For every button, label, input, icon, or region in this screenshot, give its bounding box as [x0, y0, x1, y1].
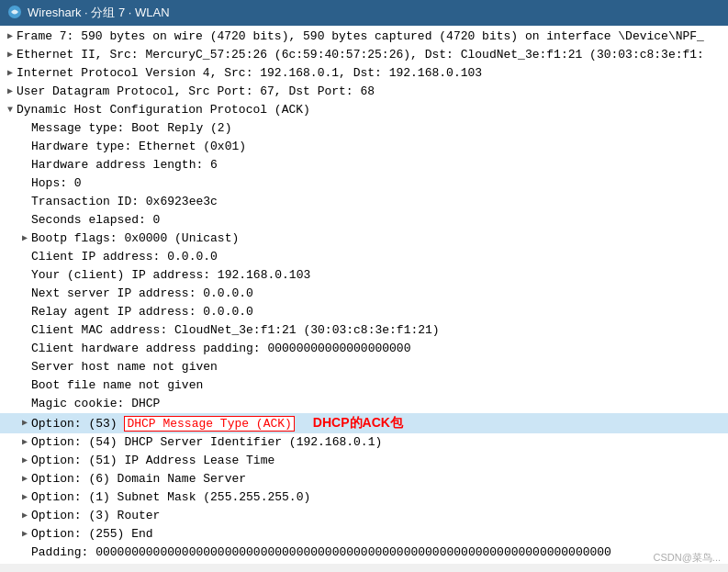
- row-text-option-1: Option: (1) Subnet Mask (255.255.255.0): [31, 489, 724, 506]
- packet-row-client-mac[interactable]: Client MAC address: CloudNet_3e:f1:21 (3…: [0, 321, 728, 340]
- row-text-dhcp: Dynamic Host Configuration Protocol (ACK…: [17, 102, 724, 118]
- watermark: CSDN@菜鸟...: [653, 551, 721, 565]
- row-text-padding: Padding: 0000000000000000000000000000000…: [31, 544, 724, 561]
- row-text-transaction-id: Transaction ID: 0x6923ee3c: [31, 194, 724, 210]
- expand-icon[interactable]: ▶: [18, 508, 31, 524]
- packet-row-boot-file[interactable]: Boot file name not given: [0, 376, 728, 395]
- row-text-option-53: Option: (53) DHCP Message Type (ACK)DHCP…: [31, 414, 724, 432]
- expand-icon[interactable]: ▶: [4, 28, 17, 45]
- row-text-frame: Frame 7: 590 bytes on wire (4720 bits), …: [17, 28, 724, 45]
- row-text-hops: Hops: 0: [31, 175, 724, 192]
- expand-icon[interactable]: ▶: [18, 415, 31, 432]
- packet-row-option-53[interactable]: ▶Option: (53) DHCP Message Type (ACK)DHC…: [0, 413, 728, 433]
- packet-row-magic-cookie[interactable]: Magic cookie: DHCP: [0, 395, 728, 413]
- row-text-relay-ip: Relay agent IP address: 0.0.0.0: [31, 304, 724, 320]
- packet-row-frame[interactable]: ▶Frame 7: 590 bytes on wire (4720 bits),…: [0, 28, 728, 46]
- packet-row-server-hostname[interactable]: Server host name not given: [0, 358, 728, 376]
- row-text-msg-type: Message type: Boot Reply (2): [31, 120, 724, 137]
- packet-row-hw-addr-len[interactable]: Hardware address length: 6: [0, 156, 728, 174]
- packet-row-option-1[interactable]: ▶Option: (1) Subnet Mask (255.255.255.0): [0, 488, 728, 507]
- expand-icon[interactable]: ▶: [18, 453, 31, 469]
- packet-row-ethernet[interactable]: ▶Ethernet II, Src: MercuryC_57:25:26 (6c…: [0, 46, 728, 64]
- packet-row-seconds[interactable]: Seconds elapsed: 0: [0, 211, 728, 230]
- row-text-magic-cookie: Magic cookie: DHCP: [31, 396, 724, 412]
- expand-icon[interactable]: ▶: [4, 47, 17, 63]
- packet-row-udp[interactable]: ▶User Datagram Protocol, Src Port: 67, D…: [0, 83, 728, 101]
- packet-row-relay-ip[interactable]: Relay agent IP address: 0.0.0.0: [0, 303, 728, 321]
- row-text-option-255: Option: (255) End: [31, 526, 724, 543]
- row-text-your-ip: Your (client) IP address: 192.168.0.103: [31, 267, 724, 284]
- option-highlight: DHCP Message Type (ACK): [124, 416, 294, 432]
- packet-row-client-hw-padding[interactable]: Client hardware address padding: 0000000…: [0, 340, 728, 358]
- row-text-option-54: Option: (54) DHCP Server Identifier (192…: [31, 434, 724, 451]
- annotation-label: DHCP的ACK包: [313, 415, 403, 430]
- row-text-server-hostname: Server host name not given: [31, 359, 724, 376]
- packet-row-option-255[interactable]: ▶Option: (255) End: [0, 525, 728, 544]
- expand-icon[interactable]: ▶: [18, 489, 31, 506]
- packet-row-ip[interactable]: ▶Internet Protocol Version 4, Src: 192.1…: [0, 64, 728, 83]
- packet-row-client-ip[interactable]: Client IP address: 0.0.0.0: [0, 248, 728, 266]
- row-text-seconds: Seconds elapsed: 0: [31, 212, 724, 229]
- packet-row-option-6[interactable]: ▶Option: (6) Domain Name Server: [0, 470, 728, 488]
- wireshark-icon: [7, 5, 22, 22]
- row-text-hw-type: Hardware type: Ethernet (0x01): [31, 139, 724, 155]
- row-text-client-mac: Client MAC address: CloudNet_3e:f1:21 (3…: [31, 322, 724, 339]
- packet-row-msg-type[interactable]: Message type: Boot Reply (2): [0, 119, 728, 138]
- row-text-ip: Internet Protocol Version 4, Src: 192.16…: [17, 65, 724, 82]
- expand-icon[interactable]: ▶: [4, 65, 17, 82]
- packet-row-padding[interactable]: Padding: 0000000000000000000000000000000…: [0, 544, 728, 562]
- row-text-hw-addr-len: Hardware address length: 6: [31, 157, 724, 174]
- row-text-client-hw-padding: Client hardware address padding: 0000000…: [31, 341, 724, 357]
- row-text-boot-file: Boot file name not given: [31, 377, 724, 394]
- row-text-bootp-flags: Bootp flags: 0x0000 (Unicast): [31, 230, 724, 247]
- row-text-udp: User Datagram Protocol, Src Port: 67, Ds…: [17, 84, 724, 100]
- expand-icon[interactable]: ▶: [18, 230, 31, 247]
- row-text-ethernet: Ethernet II, Src: MercuryC_57:25:26 (6c:…: [17, 47, 724, 63]
- row-text-option-51: Option: (51) IP Address Lease Time: [31, 453, 724, 469]
- row-text-option-6: Option: (6) Domain Name Server: [31, 471, 724, 488]
- packet-row-option-3[interactable]: ▶Option: (3) Router: [0, 507, 728, 525]
- row-text-next-server-ip: Next server IP address: 0.0.0.0: [31, 286, 724, 302]
- expand-icon[interactable]: ▶: [18, 471, 31, 488]
- packet-row-option-54[interactable]: ▶Option: (54) DHCP Server Identifier (19…: [0, 433, 728, 452]
- window-title: Wireshark · 分组 7 · WLAN: [28, 5, 170, 21]
- packet-row-option-51[interactable]: ▶Option: (51) IP Address Lease Time: [0, 452, 728, 470]
- packet-row-your-ip[interactable]: Your (client) IP address: 192.168.0.103: [0, 266, 728, 285]
- packet-row-next-server-ip[interactable]: Next server IP address: 0.0.0.0: [0, 285, 728, 303]
- packet-detail-panel: ▶Frame 7: 590 bytes on wire (4720 bits),…: [0, 26, 728, 564]
- packet-row-dhcp[interactable]: ▼Dynamic Host Configuration Protocol (AC…: [0, 101, 728, 119]
- title-bar: Wireshark · 分组 7 · WLAN: [0, 0, 728, 26]
- expand-icon[interactable]: ▶: [18, 526, 31, 543]
- expand-icon[interactable]: ▶: [4, 84, 17, 100]
- packet-row-bootp-flags[interactable]: ▶Bootp flags: 0x0000 (Unicast): [0, 230, 728, 248]
- expand-icon[interactable]: ▼: [4, 102, 17, 118]
- packet-row-transaction-id[interactable]: Transaction ID: 0x6923ee3c: [0, 193, 728, 211]
- expand-icon[interactable]: ▶: [18, 434, 31, 451]
- row-text-option-3: Option: (3) Router: [31, 508, 724, 524]
- row-text-client-ip: Client IP address: 0.0.0.0: [31, 249, 724, 265]
- packet-row-hw-type[interactable]: Hardware type: Ethernet (0x01): [0, 138, 728, 156]
- packet-row-hops[interactable]: Hops: 0: [0, 174, 728, 193]
